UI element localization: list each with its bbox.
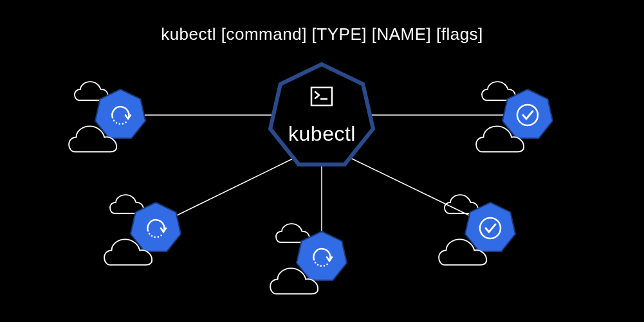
node-bottom-right: [439, 195, 515, 265]
node-bottom-center: [270, 224, 347, 294]
node-top-right: [476, 82, 553, 152]
node-top-left: [69, 82, 145, 152]
svg-line-5: [177, 157, 295, 215]
center-node-label: kubectl: [288, 122, 356, 146]
diagram-canvas: [0, 0, 644, 322]
center-node: [270, 64, 373, 165]
node-bottom-left: [104, 195, 181, 265]
svg-line-7: [349, 157, 469, 215]
